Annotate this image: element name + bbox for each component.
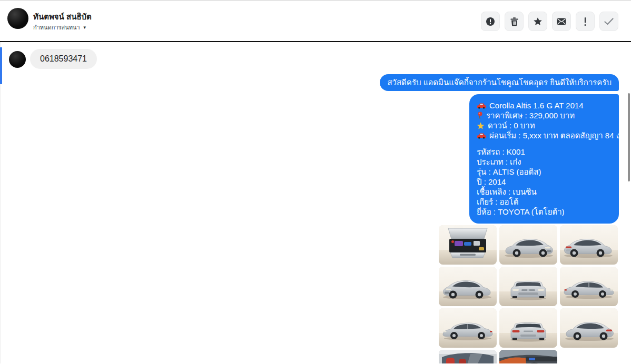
outgoing-greeting-bubble[interactable]: สวัสดีครับ แอดมินแจ๊คกี้จากร้านโชคูณโชคอ…	[380, 74, 619, 91]
card-title: Corolla Altis 1.6 G AT 2014	[489, 100, 584, 110]
trash-icon	[510, 17, 519, 26]
incoming-message-bubble[interactable]: 0618593471	[30, 49, 97, 69]
card-title-line: Corolla Altis 1.6 G AT 2014	[477, 100, 612, 110]
card-detail-gear: เกียร์ : ออโต้	[477, 197, 612, 207]
card-down-payment: ดาวน์ : 0 บาท	[488, 120, 535, 130]
contact-avatar[interactable]	[7, 8, 28, 29]
car-photo-interior-dashboard[interactable]	[499, 350, 557, 363]
check-icon	[604, 18, 614, 25]
card-down-payment-line: ดาวน์ : 0 บาท	[477, 120, 612, 130]
car-photo-front-view[interactable]	[499, 267, 557, 306]
card-detail-list: รหัสรถ : K001 ประเภท : เก๋ง รุ่น : ALTIS…	[477, 147, 612, 217]
report-button[interactable]	[481, 12, 500, 31]
conversation-schedule-label: กำหนดการสนทนา	[33, 23, 80, 32]
conversation-header: ทันตพจน์ สนธิบัต กำหนดการสนทนา ▼	[0, 1, 631, 42]
card-detail-year: ปี : 2014	[477, 177, 612, 187]
card-price-line: ราคาพิเศษ : 329,000 บาท	[477, 110, 612, 120]
car-photo-side-view-right[interactable]	[560, 267, 618, 306]
star-icon	[533, 17, 543, 26]
card-installment: ผ่อนเริ่ม : 5,xxx บาท ตลอดสัญญา 84 งวด	[489, 130, 629, 140]
delete-button[interactable]	[505, 12, 524, 31]
card-detail-code: รหัสรถ : K001	[477, 147, 612, 157]
car-photo-engine-bay[interactable]	[439, 225, 497, 265]
card-price: ราคาพิเศษ : 329,000 บาท	[486, 110, 575, 120]
active-conversation-accent	[0, 47, 2, 84]
conversation-schedule-dropdown[interactable]: กำหนดการสนทนา ▼	[33, 23, 87, 32]
vertical-scrollbar[interactable]	[628, 93, 630, 181]
star-button[interactable]	[528, 12, 547, 31]
mark-done-button[interactable]	[599, 12, 618, 31]
car-photo-interior-red-seats[interactable]	[439, 350, 497, 363]
car-photo-rear-quarter-left[interactable]	[560, 225, 618, 265]
car-photo-side-view-left[interactable]	[439, 308, 497, 348]
car-photo-rear-quarter-right[interactable]	[560, 308, 618, 348]
card-detail-type: ประเภท : เก๋ง	[477, 157, 612, 167]
card-detail-fuel: เชื้อเพลิง : เบนซิน	[477, 187, 612, 197]
chevron-down-icon: ▼	[83, 25, 87, 30]
mail-button[interactable]	[552, 12, 571, 31]
pin-emoji-icon	[477, 112, 483, 119]
contact-name: ทันตพจน์ สนธิบัต	[33, 11, 92, 23]
report-icon	[486, 17, 495, 26]
chat-message-area: 0618593471 สวัสดีครับ แอดมินแจ๊คกี้จากร้…	[0, 42, 631, 363]
outgoing-car-card-bubble[interactable]: Corolla Altis 1.6 G AT 2014 ราคาพิเศษ : …	[469, 94, 619, 224]
star-emoji-icon	[477, 122, 485, 129]
exclamation-icon	[584, 17, 587, 26]
car-emoji-icon	[477, 103, 486, 109]
car-photo-front-quarter-left[interactable]	[439, 267, 497, 306]
mail-icon	[557, 18, 566, 25]
customer-avatar[interactable]	[9, 51, 26, 68]
car-photo-rear-view[interactable]	[499, 308, 557, 348]
car-photo-front-quarter-right[interactable]	[499, 225, 557, 265]
car-photo-gallery	[439, 225, 618, 363]
exclamation-button[interactable]	[576, 12, 595, 31]
card-detail-model: รุ่น : ALTIS (ออติส)	[477, 167, 612, 177]
card-installment-line: ผ่อนเริ่ม : 5,xxx บาท ตลอดสัญญา 84 งวด	[477, 130, 612, 140]
car-emoji-icon	[477, 133, 486, 139]
card-detail-brand: ยี่ห้อ : TOYOTA (โตโยต้า)	[477, 207, 612, 217]
left-hairline	[0, 42, 1, 363]
header-action-bar	[481, 12, 618, 31]
